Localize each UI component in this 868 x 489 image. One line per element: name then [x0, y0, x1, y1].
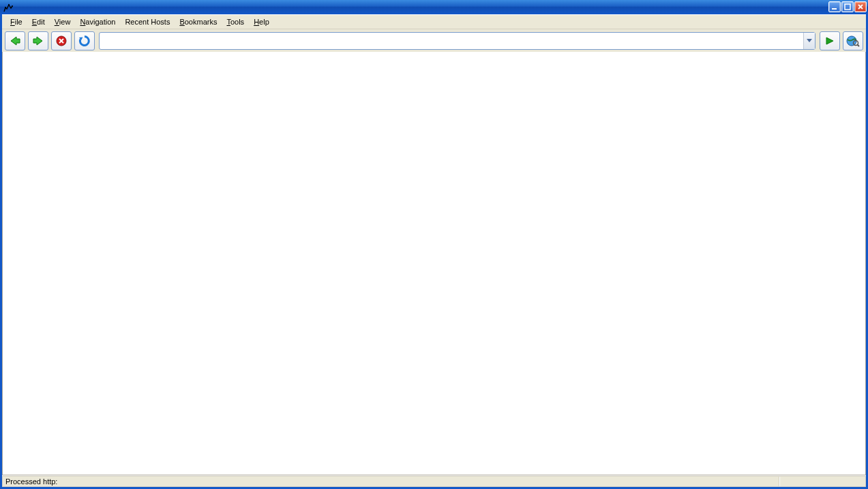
svg-point-0: [5, 7, 6, 8]
svg-point-2: [12, 5, 13, 7]
svg-rect-3: [832, 8, 837, 10]
status-text: Processed http:: [3, 477, 779, 486]
window-controls: [828, 1, 867, 12]
toolbar: [2, 29, 866, 53]
svg-line-8: [858, 45, 860, 47]
app-icon: [3, 2, 14, 13]
menu-bookmarks[interactable]: Bookmarks: [175, 16, 221, 27]
menu-tools[interactable]: Tools: [222, 16, 248, 27]
menu-recent-hosts[interactable]: Recent Hosts: [121, 16, 174, 27]
content-area: [2, 52, 866, 475]
svg-rect-4: [845, 4, 850, 10]
menu-view[interactable]: View: [50, 16, 75, 27]
stop-button[interactable]: [51, 31, 72, 50]
menu-file[interactable]: File: [6, 16, 27, 27]
menu-navigation[interactable]: Navigation: [76, 16, 119, 27]
maximize-button[interactable]: [841, 1, 854, 12]
back-button[interactable]: [5, 31, 25, 50]
minimize-button[interactable]: [828, 1, 841, 12]
svg-point-1: [8, 4, 10, 5]
status-bar: Processed http:: [2, 476, 866, 487]
address-input[interactable]: [100, 33, 803, 49]
address-dropdown-button[interactable]: [803, 33, 815, 49]
close-button[interactable]: [854, 1, 867, 12]
menu-bar: File Edit View Navigation Recent Hosts B…: [2, 14, 866, 29]
reload-button[interactable]: [74, 31, 95, 50]
go-button[interactable]: [820, 31, 840, 50]
menu-edit[interactable]: Edit: [28, 16, 49, 27]
title-bar: [0, 0, 868, 14]
menu-help[interactable]: Help: [250, 16, 273, 27]
status-cell: [779, 477, 865, 486]
browse-button[interactable]: [843, 31, 863, 50]
forward-button[interactable]: [28, 31, 48, 50]
address-bar: [99, 32, 815, 50]
